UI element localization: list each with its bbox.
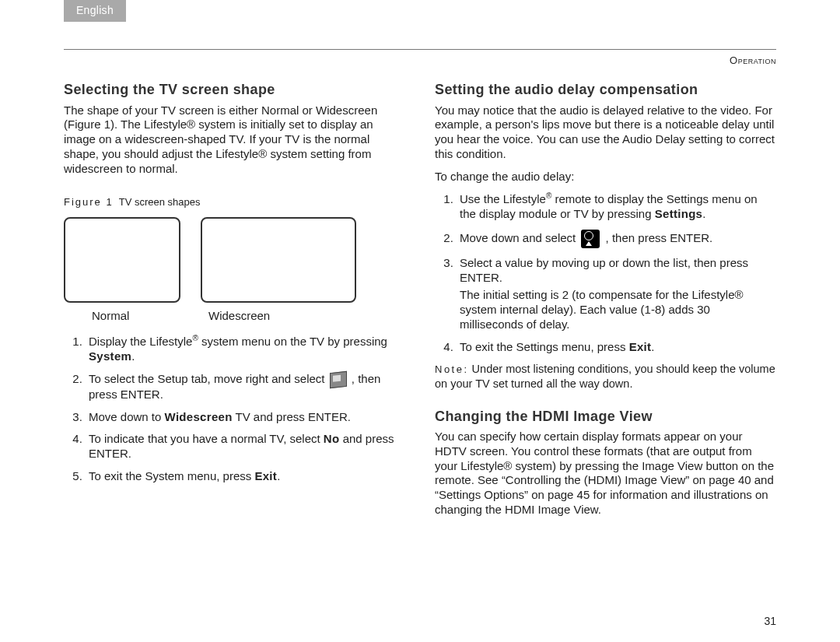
- heading-hdmi: Changing the HDMI Image View: [435, 408, 776, 426]
- para-hdmi: You can specify how certain display form…: [435, 430, 776, 517]
- exit-label: Exit: [629, 340, 652, 353]
- shape-widescreen-box: [201, 217, 356, 303]
- step-2: Move down and select , then press ENTER.: [457, 230, 776, 248]
- figure-caption: Figure 1 TV screen shapes: [64, 196, 405, 209]
- language-tab: English: [64, 0, 126, 22]
- system-label: System: [89, 349, 131, 363]
- left-column: Selecting the TV screen shape The shape …: [64, 81, 405, 525]
- t: .: [702, 207, 705, 220]
- figure-shape-labels: Normal Widescreen: [64, 309, 405, 324]
- t: Select a value by moving up or down the …: [460, 256, 748, 284]
- right-column: Setting the audio delay compensation You…: [435, 81, 776, 525]
- t: .: [131, 349, 135, 363]
- step-4: To exit the Settings menu, press Exit.: [457, 340, 776, 355]
- clock-audio-icon: [581, 230, 600, 248]
- label-widescreen: Widescreen: [201, 309, 356, 324]
- heading-tv-shape: Selecting the TV screen shape: [64, 81, 405, 99]
- t: Use the Lifestyle: [460, 192, 546, 205]
- figure-text: TV screen shapes: [119, 196, 201, 208]
- step-3: Move down to Widescreen TV and press ENT…: [86, 410, 405, 425]
- t: Move down and select: [460, 231, 579, 244]
- intro-tv-shape: The shape of your TV screen is either No…: [64, 103, 405, 177]
- settings-label: Settings: [655, 207, 703, 220]
- intro-audio-delay: You may notice that the audio is delayed…: [435, 103, 776, 162]
- note-label: Note:: [435, 363, 469, 375]
- t: , then press ENTER.: [606, 231, 713, 244]
- step-1: Use the Lifestyle® remote to display the…: [457, 191, 776, 222]
- setup-icon: [330, 371, 347, 388]
- t: To indicate that you have a normal TV, s…: [89, 432, 324, 445]
- no-label: No: [324, 432, 340, 445]
- t: To select the Setup tab, move right and …: [89, 372, 328, 385]
- t: Move down to: [89, 410, 165, 423]
- step-5: To exit the System menu, press Exit.: [86, 469, 405, 484]
- t: .: [651, 340, 654, 353]
- step-1: Display the Lifestyle® system menu on th…: [86, 334, 405, 364]
- audio-delay-steps: Use the Lifestyle® remote to display the…: [435, 191, 776, 354]
- label-normal: Normal: [64, 309, 180, 324]
- t: TV and press ENTER.: [233, 410, 351, 423]
- step-3-sub: The initial setting is 2 (to compensate …: [460, 288, 776, 332]
- t: system menu on the TV by pressing: [198, 335, 387, 348]
- figure-shapes: [64, 217, 405, 303]
- divider: [64, 49, 776, 50]
- t: To exit the Settings menu, press: [460, 340, 629, 353]
- t: .: [277, 469, 280, 482]
- t: Display the Lifestyle: [89, 335, 192, 348]
- exit-label: Exit: [254, 469, 277, 482]
- figure-label: Figure 1: [64, 196, 114, 208]
- step-3: Select a value by moving up or down the …: [457, 256, 776, 332]
- note: Note: Under most listening conditions, y…: [435, 362, 776, 390]
- widescreen-label: Widescreen: [165, 410, 233, 423]
- note-text: Under most listening conditions, you sho…: [435, 363, 775, 389]
- section-header: Operation: [730, 54, 776, 67]
- step-2: To select the Setup tab, move right and …: [86, 372, 405, 402]
- page-number: 31: [764, 615, 776, 629]
- tv-shape-steps: Display the Lifestyle® system menu on th…: [64, 334, 405, 483]
- lead-audio-delay: To change the audio delay:: [435, 170, 776, 184]
- heading-audio-delay: Setting the audio delay compensation: [435, 81, 776, 99]
- step-4: To indicate that you have a normal TV, s…: [86, 432, 405, 461]
- page-body: Selecting the TV screen shape The shape …: [64, 81, 776, 525]
- shape-normal-box: [64, 217, 180, 303]
- reg-mark: ®: [192, 334, 198, 342]
- t: To exit the System menu, press: [89, 469, 254, 482]
